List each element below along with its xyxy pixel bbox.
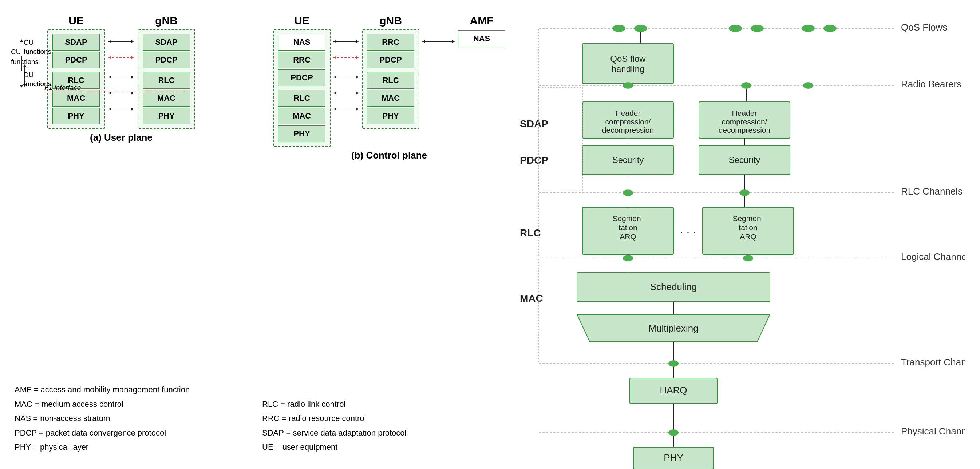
sdap-block [582,44,673,84]
svg-text:Segmen-: Segmen- [732,214,764,222]
svg-marker-4 [131,56,134,59]
svg-text:Header: Header [732,109,757,117]
left-section: CU functions UE SDAP PDCP [7,7,510,462]
main-container: CU functions UE SDAP PDCP [0,0,980,469]
logical-channels-label: Logical Channels [901,251,965,262]
svg-marker-19 [356,56,359,59]
cu-label: CUfunctions [24,38,51,56]
rrc-arrow [334,39,359,44]
phy-label: PHY [663,452,683,463]
abbr-amf: AMF = access and mobility management fun… [14,382,190,397]
svg-marker-5 [108,56,111,59]
svg-marker-17 [334,40,336,43]
sdap-layer-label: SDAP [520,118,548,130]
svg-text:decompression: decompression [602,126,654,134]
svg-marker-28 [356,108,359,111]
ue-node-a: UE SDAP PDCP RLC MAC PHY [47,14,105,129]
transport-channels-label: Transport Channels [901,357,965,368]
svg-marker-2 [108,40,111,43]
arrows-b-gnb-amf [422,14,455,52]
svg-marker-26 [334,92,336,95]
arrows-a-ue-gnb [108,14,134,117]
svg-marker-13 [131,108,134,111]
ue-title-b: UE [294,14,309,27]
svg-marker-8 [108,76,111,79]
svg-text:Header: Header [616,109,641,117]
svg-marker-32 [422,40,425,43]
abbr-ue: UE = user equipment [262,440,406,455]
rlc-layer-label: RLC [520,227,541,239]
caption-a: (a) User plane [47,132,195,143]
rlc-ch-connector-2 [739,189,749,196]
abbr-mac: MAC = medium access control [14,397,190,412]
gnb-title-b: gNB [379,14,402,27]
phy-connector [668,429,679,436]
abbr-phy: PHY = physical layer [14,440,190,455]
right-section: QoS Flows Radio Bearers RLC Channels Log… [510,7,976,462]
abbr-nas: NAS = non-access stratum [14,411,190,426]
svg-marker-29 [334,108,336,111]
rlc-ch-connector-1 [623,189,633,196]
svg-text:Segmen-: Segmen- [612,214,643,222]
pdcp-layer-label: PDCP [520,155,548,166]
diagram-b: UE NAS RRC PDCP RLC MAC PHY [262,14,505,161]
svg-text:decompression: decompression [719,126,770,134]
security-label-1: Security [612,155,644,165]
sdap-text-2: handling [612,64,645,74]
physical-channels-label: Physical Channels [901,426,965,437]
svg-marker-23 [334,76,336,79]
gnb-node-b: gNB RRC PDCP RLC MAC PHY [362,14,419,129]
amf-title: AMF [470,14,494,27]
svg-marker-22 [356,76,359,79]
svg-marker-1 [131,40,134,43]
protocol-stack-svg: QoS Flows Radio Bearers RLC Channels Log… [510,11,965,469]
qos-connector-1 [612,25,625,32]
cu-bracket: CUfunctions DUfunctions [21,38,51,89]
sdap-arrow [108,39,134,44]
svg-rect-69 [539,87,582,191]
qos-flows-label: QoS Flows [901,22,947,33]
rlc-ellipsis: · · · [680,225,696,238]
harq-label: HARQ [660,385,687,396]
ue-node-b: UE NAS RRC PDCP RLC MAC PHY [273,14,331,147]
multiplexing-label: Multiplexing [648,323,698,334]
lch-connector-1 [623,255,633,261]
abbreviations-col1: AMF = access and mobility management fun… [14,382,190,455]
abbr-sdap: SDAP = service data adaptation protocol [262,426,406,440]
rlc-channels-label: RLC Channels [901,186,963,197]
svg-marker-25 [356,92,359,95]
rb-connector-1 [623,82,633,89]
gnb-title-a: gNB [155,14,178,27]
caption-b: (b) Control plane [273,150,505,161]
arrows-b-ue-gnb [334,14,359,117]
abbr-rlc: RLC = radio link control [262,397,406,412]
abbreviations-col2: RLC = radio link control RRC = radio res… [262,397,406,455]
svg-marker-31 [452,40,455,43]
svg-marker-14 [108,108,111,111]
rlc-arrow [108,75,134,79]
qos-connector-5 [802,25,815,32]
nas-long-arrow [422,33,455,52]
svg-text:tation: tation [739,223,757,231]
radio-bearers-label: Radio Bearers [901,79,961,89]
rlc-b-arrow [334,75,359,79]
f1-line [45,92,186,92]
abbr-rrc: RRC = radio resource control [262,411,406,426]
svg-marker-7 [131,76,134,79]
du-label: DUfunctions [24,71,51,88]
rb-connector-3 [803,82,813,89]
qos-connector-2 [634,25,647,32]
svg-text:tation: tation [619,223,637,231]
qos-connector-6 [824,25,837,32]
svg-text:ARQ: ARQ [620,232,636,241]
qos-connector-3 [729,25,742,32]
svg-text:compression/: compression/ [722,117,767,126]
pdcp-arrow [108,55,134,60]
lch-connector-2 [743,255,753,261]
tch-connector [668,360,679,367]
diagram-a: CU functions UE SDAP PDCP [14,14,195,143]
svg-text:compression/: compression/ [605,117,651,126]
scheduling-label: Scheduling [650,281,697,292]
sdap-text-1: QoS flow [610,54,646,63]
phy-b-arrow [334,107,359,111]
